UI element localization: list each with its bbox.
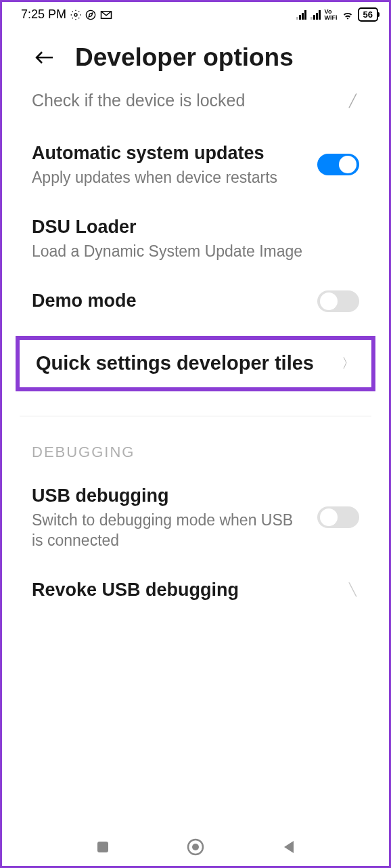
usb-debugging-row[interactable]: USB debugging Switch to debugging mode w… bbox=[2, 472, 389, 566]
arrow-left-icon bbox=[34, 51, 54, 64]
wifi-icon bbox=[342, 10, 354, 20]
back-nav-button[interactable] bbox=[279, 838, 298, 856]
compass-icon bbox=[85, 9, 96, 20]
usb-debugging-title: USB debugging bbox=[32, 484, 304, 508]
gmail-icon bbox=[100, 10, 112, 20]
status-time: 7:25 PM bbox=[21, 7, 66, 22]
auto-updates-toggle[interactable] bbox=[317, 154, 359, 175]
signal-icon-2 bbox=[310, 10, 321, 20]
usb-debugging-toggle[interactable] bbox=[317, 506, 359, 528]
usb-debugging-subtitle: Switch to debugging mode when USB is con… bbox=[32, 511, 304, 551]
svg-point-0 bbox=[74, 14, 77, 16]
settings-content: Check if the device is locked ╱ Automati… bbox=[2, 80, 389, 607]
svg-point-1 bbox=[86, 10, 95, 19]
signal-icon-1 bbox=[296, 10, 306, 20]
triangle-left-icon bbox=[281, 840, 295, 854]
dsu-title: DSU Loader bbox=[32, 215, 359, 239]
auto-updates-title: Automatic system updates bbox=[32, 142, 304, 165]
status-right: VoWiFi 56 bbox=[296, 7, 378, 22]
header: Developer options bbox=[2, 24, 389, 80]
circle-icon bbox=[187, 838, 204, 856]
auto-updates-text: Automatic system updates Apply updates w… bbox=[32, 142, 304, 188]
usb-debugging-text: USB debugging Switch to debugging mode w… bbox=[32, 484, 304, 551]
dsu-text: DSU Loader Load a Dynamic System Update … bbox=[32, 215, 359, 262]
dsu-row[interactable]: DSU Loader Load a Dynamic System Update … bbox=[2, 203, 389, 277]
svg-marker-2 bbox=[89, 13, 93, 17]
status-bar: 7:25 PM VoWiFi 56 bbox=[2, 2, 389, 24]
demo-mode-row[interactable]: Demo mode bbox=[2, 277, 389, 328]
toggle-knob bbox=[320, 292, 338, 310]
toggle-knob bbox=[320, 508, 338, 526]
vowifi-icon: VoWiFi bbox=[325, 9, 338, 21]
square-icon bbox=[96, 840, 110, 854]
gear-icon bbox=[70, 9, 81, 20]
svg-point-6 bbox=[192, 844, 199, 850]
revoke-usb-text: Revoke USB debugging bbox=[32, 578, 336, 602]
revoke-usb-row[interactable]: Revoke USB debugging ╲ bbox=[2, 566, 389, 607]
demo-mode-title: Demo mode bbox=[32, 289, 304, 313]
check-locked-row[interactable]: Check if the device is locked ╱ bbox=[2, 80, 389, 129]
navigation-bar bbox=[2, 828, 389, 866]
chevron-right-icon: 〉 bbox=[342, 354, 355, 372]
toggle-knob bbox=[339, 156, 356, 173]
recents-button[interactable] bbox=[93, 838, 112, 856]
status-left: 7:25 PM bbox=[21, 7, 112, 22]
debugging-section-header: DEBUGGING bbox=[2, 416, 389, 472]
battery-icon: 56 bbox=[358, 7, 378, 22]
back-button[interactable] bbox=[32, 45, 56, 70]
chevron-right-icon: ╲ bbox=[349, 582, 356, 597]
chevron-right-icon: ╱ bbox=[349, 93, 356, 108]
svg-rect-4 bbox=[97, 842, 108, 852]
demo-mode-text: Demo mode bbox=[32, 289, 304, 313]
check-locked-label: Check if the device is locked bbox=[32, 91, 245, 110]
page-title: Developer options bbox=[75, 43, 294, 72]
quick-settings-tiles-row[interactable]: Quick settings developer tiles 〉 bbox=[16, 336, 375, 391]
home-button[interactable] bbox=[186, 838, 205, 856]
dsu-subtitle: Load a Dynamic System Update Image bbox=[32, 242, 359, 262]
revoke-usb-title: Revoke USB debugging bbox=[32, 578, 336, 602]
auto-updates-subtitle: Apply updates when device restarts bbox=[32, 168, 304, 188]
demo-mode-toggle[interactable] bbox=[317, 290, 359, 312]
quick-settings-text: Quick settings developer tiles bbox=[36, 351, 342, 376]
quick-settings-title: Quick settings developer tiles bbox=[36, 351, 342, 376]
auto-updates-row[interactable]: Automatic system updates Apply updates w… bbox=[2, 129, 389, 203]
